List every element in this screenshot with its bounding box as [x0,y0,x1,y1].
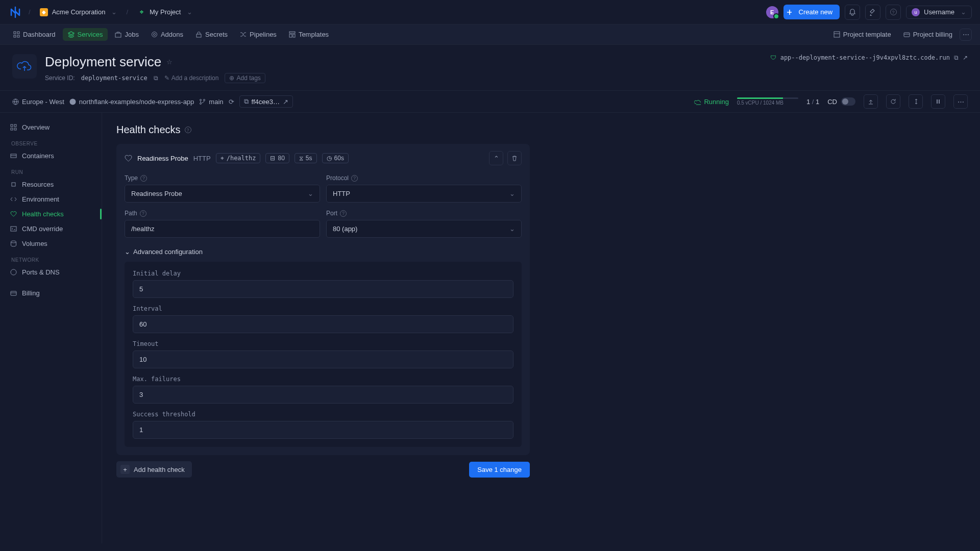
star-button[interactable]: ☆ [166,58,173,66]
select-type[interactable]: Readiness Probe⌄ [125,185,320,203]
sidebar-group-observe: OBSERVE [0,135,102,148]
project-billing-button[interactable]: Project billing [898,28,958,41]
breadcrumb-project[interactable]: ❖ My Project ⌄ [134,6,195,18]
lock-icon [195,31,202,38]
input-initial-delay[interactable]: 5 [133,280,513,298]
sidebar-item-volumes[interactable]: Volumes [0,236,102,251]
save-button[interactable]: Save 1 change [469,462,530,478]
puzzle-icon [151,31,158,38]
grid-icon [13,31,20,38]
svg-rect-8 [289,32,295,33]
chevron-down-icon: ⌄ [509,225,515,233]
more-button[interactable]: ⋯ [960,29,972,41]
pencil-icon: ✎ [164,74,169,82]
sidebar-item-health-checks[interactable]: Health checks [0,207,102,221]
project-badge-icon: ❖ [137,8,145,16]
sidebar-item-billing[interactable]: Billing [0,286,102,300]
help-icon[interactable]: ? [351,175,358,182]
region[interactable]: Europe - West [12,98,64,106]
input-success-threshold[interactable]: 1 [133,421,513,439]
svg-rect-19 [14,124,16,127]
svg-rect-24 [11,227,16,231]
service-id: deployment-service [81,74,148,82]
tab-addons[interactable]: Addons [146,28,188,41]
cd-toggle[interactable]: CD [827,97,855,106]
svg-rect-1 [17,32,19,34]
avatar[interactable]: E [766,6,778,18]
help-icon[interactable]: ? [185,127,191,133]
delete-button[interactable] [507,151,522,165]
input-timeout[interactable]: 10 [133,350,513,368]
tab-jobs[interactable]: Jobs [110,28,143,41]
select-protocol[interactable]: HTTP⌄ [326,185,522,203]
add-description-button[interactable]: ✎Add a description [164,74,219,82]
org-badge-icon: ◆ [40,8,48,16]
svg-rect-11 [834,32,840,37]
sidebar-item-overview[interactable]: Overview [0,120,102,135]
branch[interactable]: main [199,98,223,106]
svg-rect-12 [904,33,910,37]
changelog-button[interactable] [865,5,880,20]
advanced-config: Initial delay 5 Interval 60 Timeout 10 M… [125,262,522,447]
scale-button[interactable] [909,94,923,109]
copy-id-button[interactable]: ⧉ [154,74,158,82]
clock-icon: ◷ [327,155,332,162]
tab-pipelines[interactable]: Pipelines [235,28,282,41]
input-path[interactable]: /healthz [125,220,320,238]
help-icon[interactable]: ? [340,210,347,217]
sidebar-item-environment[interactable]: Environment [0,192,102,207]
breadcrumb-org[interactable]: ◆ Acme Corporation ⌄ [37,6,120,18]
select-port[interactable]: 80 (app)⌄ [326,220,522,238]
label-initial-delay: Initial delay [133,270,513,277]
repo[interactable]: northflank-examples/node-express-app [69,98,194,106]
deploy-button[interactable] [864,94,878,109]
svg-rect-7 [197,34,201,37]
add-health-check-button[interactable]: +Add health check [116,461,192,478]
probe-name: Readiness Probe [137,155,188,162]
svg-rect-18 [11,124,13,127]
upload-icon [868,98,874,105]
copy-domain-button[interactable]: ⧉ [954,54,959,61]
sidebar-item-ports[interactable]: Ports & DNS [0,265,102,280]
user-menu[interactable]: u Username ⌄ [906,6,972,19]
sidebar: Overview OBSERVE Containers RUN Resource… [0,113,102,543]
tab-templates[interactable]: Templates [284,28,334,41]
help-icon[interactable]: ? [140,210,146,217]
sidebar-item-containers[interactable]: Containers [0,148,102,163]
notifications-button[interactable] [845,5,860,20]
sidebar-group-run: RUN [0,163,102,177]
shuffle-icon [240,31,247,38]
topbar: / ◆ Acme Corporation ⌄ / ❖ My Project ⌄ … [0,0,980,24]
restart-button[interactable] [886,94,900,109]
svg-rect-9 [289,34,292,37]
collapse-button[interactable]: ⌃ [489,151,503,165]
help-button[interactable]: ? [886,5,901,20]
input-max-failures[interactable]: 3 [133,386,513,404]
input-interval[interactable]: 60 [133,315,513,333]
northflank-logo-icon [8,5,22,19]
toggle-switch[interactable] [841,97,855,106]
sidebar-item-resources[interactable]: Resources [0,177,102,192]
label-protocol: Protocol? [326,174,522,182]
more-actions-button[interactable]: ⋯ [953,94,968,109]
create-new-button[interactable]: Create new [792,5,840,19]
tab-dashboard[interactable]: Dashboard [8,28,61,41]
logo[interactable] [8,5,22,19]
add-tags-button[interactable]: ⊕Add tags [225,73,265,83]
refresh-branch-button[interactable]: ⟳ [229,98,234,106]
commit-chip[interactable]: ⧉ ff4cee3… ↗ [239,95,293,108]
tab-services[interactable]: Services [63,28,108,41]
advanced-toggle[interactable]: ⌄Advanced configuration [125,245,522,262]
tab-secrets[interactable]: Secrets [190,28,233,41]
open-domain-button[interactable]: ↗ [963,54,968,61]
svg-point-6 [153,34,155,36]
help-icon[interactable]: ? [140,175,147,182]
project-template-button[interactable]: Project template [828,28,896,41]
tabs-bar: Dashboard Services Jobs Addons Secrets P… [0,24,980,45]
service-icon [12,54,37,79]
sidebar-item-cmd-override[interactable]: CMD override [0,221,102,236]
terminal-icon [10,226,17,232]
code-icon [10,196,17,203]
pause-button[interactable] [931,94,945,109]
restart-icon [890,98,896,105]
